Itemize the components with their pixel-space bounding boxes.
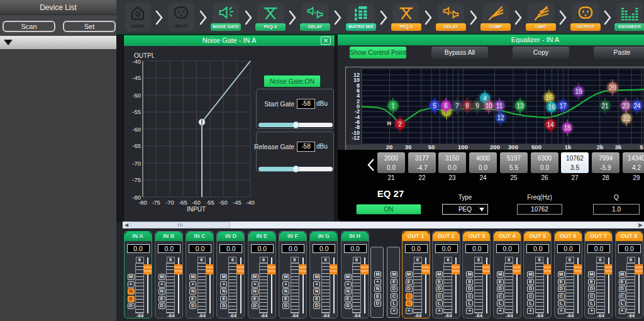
- svg-text:2: 2: [398, 121, 402, 128]
- svg-text:-75: -75: [152, 199, 160, 206]
- svg-text:22: 22: [623, 115, 630, 122]
- svg-text:-65: -65: [179, 199, 187, 206]
- svg-text:20: 20: [609, 84, 616, 91]
- svg-text:8: 8: [465, 103, 469, 110]
- svg-text:-40: -40: [132, 58, 141, 65]
- svg-text:6: 6: [444, 103, 448, 110]
- svg-text:5: 5: [433, 103, 436, 110]
- svg-text:9: 9: [475, 103, 479, 110]
- svg-text:24: 24: [633, 103, 641, 110]
- svg-text:23: 23: [622, 103, 630, 110]
- svg-text:H: H: [387, 120, 392, 127]
- svg-text:12: 12: [497, 115, 504, 121]
- svg-text:-50: -50: [132, 92, 141, 99]
- svg-text:-45: -45: [132, 74, 141, 81]
- svg-text:17: 17: [559, 103, 567, 110]
- svg-text:13: 13: [516, 103, 524, 110]
- svg-text:10: 10: [485, 103, 492, 110]
- svg-text:-55: -55: [206, 199, 214, 206]
- svg-text:-50: -50: [219, 199, 228, 206]
- svg-text:7: 7: [455, 103, 459, 110]
- svg-text:-60: -60: [192, 199, 201, 206]
- svg-text:-70: -70: [165, 199, 174, 206]
- svg-text:1: 1: [391, 103, 395, 110]
- svg-text:11: 11: [496, 103, 503, 110]
- svg-text:-55: -55: [132, 108, 141, 115]
- svg-text:-75: -75: [132, 176, 141, 183]
- svg-text:14: 14: [547, 121, 554, 128]
- svg-text:-60: -60: [132, 126, 141, 133]
- svg-text:21: 21: [601, 103, 609, 110]
- svg-text:-80: -80: [138, 199, 147, 206]
- svg-text:12: 12: [353, 72, 360, 78]
- svg-text:-70: -70: [132, 160, 141, 167]
- svg-text:16: 16: [548, 104, 555, 111]
- svg-text:-45: -45: [233, 199, 242, 206]
- svg-text:-65: -65: [132, 142, 141, 149]
- svg-text:18: 18: [564, 125, 571, 132]
- svg-text:INPUT: INPUT: [187, 206, 206, 213]
- svg-text:-40: -40: [246, 199, 255, 206]
- svg-text:19: 19: [575, 88, 582, 95]
